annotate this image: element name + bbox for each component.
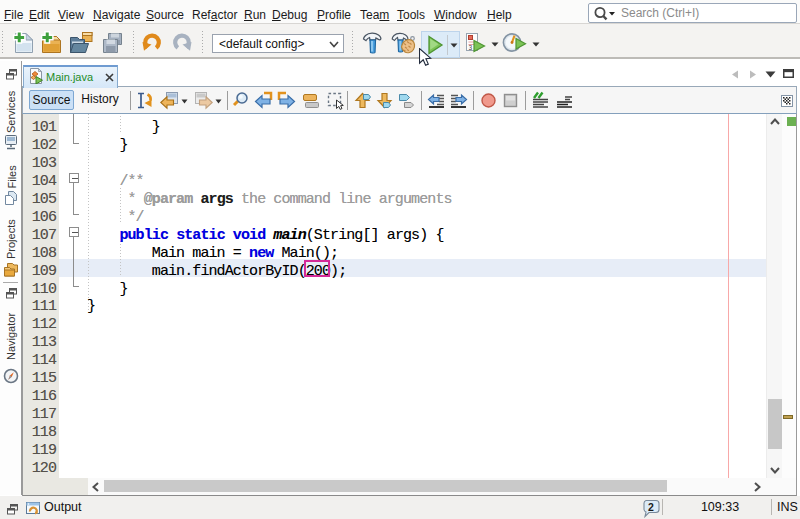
svg-text:2: 2	[648, 501, 654, 513]
svg-text:3: 3	[469, 44, 473, 51]
